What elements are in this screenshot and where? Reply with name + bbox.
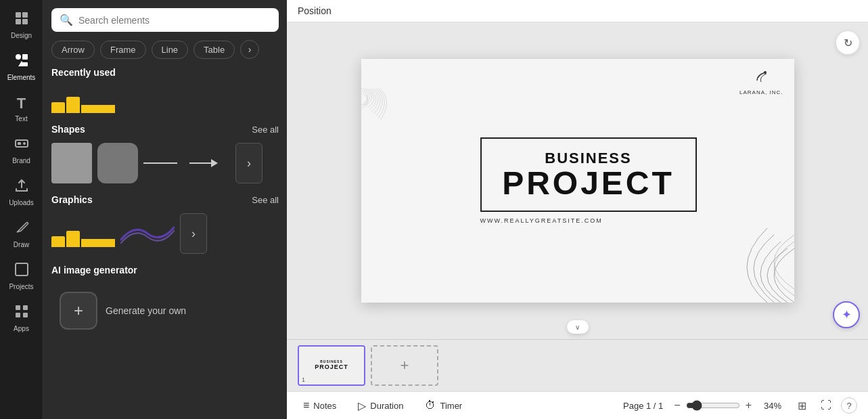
text-label: Text <box>15 115 27 123</box>
graphics-see-all[interactable]: See all <box>252 195 279 205</box>
graphics-title: Graphics <box>51 194 93 205</box>
search-input[interactable] <box>78 15 271 26</box>
ai-section: AI image generator + Generate your own <box>43 265 287 349</box>
filter-line[interactable]: Line <box>152 41 189 59</box>
ai-assist-button[interactable]: ✦ <box>833 301 860 328</box>
ai-generator: + Generate your own <box>51 284 279 338</box>
sidebar-item-text[interactable]: T Text <box>3 89 41 128</box>
svg-rect-8 <box>16 140 28 147</box>
apps-label: Apps <box>14 325 29 332</box>
logo-text: LARANA, INC. <box>739 89 783 95</box>
svg-point-10 <box>23 142 26 145</box>
wave-decoration-br <box>706 208 794 303</box>
graphic-squiggle[interactable] <box>120 220 175 247</box>
uploads-label: Uploads <box>9 199 34 206</box>
collapse-handle[interactable]: ∨ <box>567 320 589 334</box>
ai-title: AI image generator <box>51 265 137 275</box>
apps-icon <box>14 304 29 322</box>
svg-point-16 <box>764 71 767 74</box>
thumbnail-inner: BUSINESS PROJECT <box>299 347 364 384</box>
shapes-title: Shapes <box>51 124 85 135</box>
ai-plus-button[interactable]: + <box>60 292 97 330</box>
pills-chevron-right[interactable]: › <box>240 40 259 59</box>
sidebar-nav: Design Elements T Text Brand <box>0 0 43 419</box>
recently-used-header: Recently used <box>51 67 279 78</box>
bar3 <box>81 105 115 113</box>
slide-thumbnail-1[interactable]: BUSINESS PROJECT 1 <box>298 345 365 386</box>
bar2 <box>66 97 80 113</box>
sidebar-item-apps[interactable]: Apps <box>3 299 41 338</box>
logo-icon <box>739 67 783 89</box>
search-icon: 🔍 <box>60 14 73 26</box>
squiggle-svg <box>120 220 175 247</box>
fullscreen-button[interactable]: ⛶ <box>817 396 836 415</box>
search-bar: 🔍 <box>43 0 287 40</box>
refresh-button[interactable]: ↻ <box>836 30 860 55</box>
shapes-header: Shapes See all <box>51 124 279 135</box>
search-wrapper[interactable]: 🔍 <box>51 8 279 32</box>
shapes-more-btn[interactable]: › <box>235 143 262 183</box>
duration-button[interactable]: ▷ Duration <box>352 397 409 415</box>
duration-label: Duration <box>370 401 403 411</box>
zoom-out-icon[interactable]: − <box>674 399 680 412</box>
canvas-workspace[interactable]: LARANA, INC. BUSINESS PROJECT WWW.REALLY… <box>287 22 868 339</box>
notes-label: Notes <box>313 401 336 411</box>
filter-frame[interactable]: Frame <box>100 41 146 59</box>
slide-project: PROJECT <box>495 167 682 200</box>
slide-logo: LARANA, INC. <box>739 67 783 95</box>
svg-rect-9 <box>18 142 21 145</box>
shapes-see-all[interactable]: See all <box>252 125 279 135</box>
notes-button[interactable]: ≡ Notes <box>298 397 342 414</box>
brand-icon <box>14 136 29 154</box>
sidebar-item-draw[interactable]: Draw <box>3 215 41 254</box>
svg-point-4 <box>16 54 21 60</box>
graphics-row: › <box>51 213 279 254</box>
sidebar-item-design[interactable]: Design <box>3 5 41 45</box>
sidebar-item-brand[interactable]: Brand <box>3 131 41 170</box>
shape-square[interactable] <box>51 143 92 183</box>
g-bar2 <box>66 231 80 247</box>
sidebar-item-elements[interactable]: Elements <box>3 47 41 87</box>
main-area: Position <box>287 0 868 419</box>
zoom-slider[interactable] <box>686 400 740 411</box>
brand-label: Brand <box>12 157 30 164</box>
thumbnail-strip: BUSINESS PROJECT 1 + <box>287 339 868 391</box>
timer-button[interactable]: ⏱ Timer <box>419 397 467 414</box>
text-icon: T <box>17 95 26 112</box>
recently-used-section: Recently used <box>43 67 287 124</box>
zoom-in-icon[interactable]: + <box>746 399 752 412</box>
view-icons: ⊞ ⛶ ? <box>792 396 857 415</box>
zoom-percentage: 34% <box>757 401 781 411</box>
svg-rect-12 <box>16 305 20 310</box>
graphic-staircase[interactable] <box>51 220 115 247</box>
filter-arrow[interactable]: Arrow <box>51 41 95 59</box>
elements-label: Elements <box>7 74 36 81</box>
sidebar-item-projects[interactable]: Projects <box>3 257 41 296</box>
add-slide-button[interactable]: + <box>371 345 438 386</box>
recently-used-staircase[interactable] <box>51 86 115 113</box>
svg-rect-13 <box>23 305 28 310</box>
draw-icon <box>14 220 29 238</box>
shape-arrow[interactable] <box>189 143 230 183</box>
graphic-yellow-staircase <box>51 220 115 247</box>
slide-url: WWW.REALLYGREATSITE.COM <box>480 217 697 224</box>
shape-rounded-rect[interactable] <box>97 143 138 183</box>
grid-view-button[interactable]: ⊞ <box>792 396 811 415</box>
design-icon <box>14 11 29 29</box>
timer-label: Timer <box>440 401 462 411</box>
filter-table[interactable]: Table <box>193 41 235 59</box>
graphics-section: Graphics See all › <box>43 194 287 265</box>
graphics-more-btn[interactable]: › <box>180 213 207 254</box>
svg-rect-15 <box>23 313 28 317</box>
sidebar-item-uploads[interactable]: Uploads <box>3 173 41 212</box>
shape-line[interactable] <box>143 143 184 183</box>
svg-rect-0 <box>16 12 21 18</box>
slide-content[interactable]: BUSINESS PROJECT WWW.REALLYGREATSITE.COM <box>480 137 697 224</box>
help-button[interactable]: ? <box>841 397 857 414</box>
draw-label: Draw <box>14 241 29 248</box>
wave-decoration-tl <box>361 59 497 194</box>
canvas-slide[interactable]: LARANA, INC. BUSINESS PROJECT WWW.REALLY… <box>361 59 794 303</box>
shapes-section: Shapes See all › <box>43 124 287 194</box>
ai-header: AI image generator <box>51 265 279 275</box>
graphics-header: Graphics See all <box>51 194 279 205</box>
